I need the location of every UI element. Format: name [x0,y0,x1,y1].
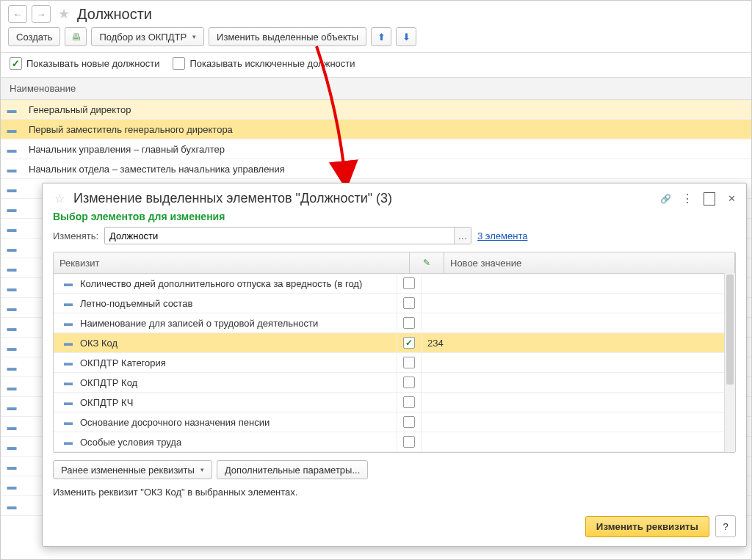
change-field-input[interactable] [104,227,471,244]
row-marker-icon: ▬ [64,377,73,388]
list-row[interactable]: ▬Начальник управления – главный бухгалте… [1,139,751,159]
nav-back-button[interactable]: ← [8,5,27,23]
arrow-up-icon: ⬆ [377,32,386,43]
row-marker-icon: ▬ [64,397,73,407]
create-button[interactable]: Создать [8,27,60,46]
checkbox-icon [173,57,185,70]
move-down-button[interactable]: ⬇ [396,27,416,46]
list-row[interactable]: ▬Генеральный директор [1,100,751,120]
help-button[interactable]: ? [715,515,736,537]
col-edit-flag[interactable]: ✎ [410,252,444,273]
extra-params-button[interactable]: Дополнительные параметры... [217,460,368,479]
row-marker-icon: ▬ [1,164,23,175]
dialog-subtitle: Выбор элементов для изменения [43,211,746,227]
row-checkbox[interactable] [403,277,415,289]
row-checkbox[interactable] [403,396,415,408]
row-checkbox[interactable] [403,317,415,329]
row-marker-icon: ▬ [1,124,23,135]
row-checkbox[interactable] [403,377,415,388]
row-marker-icon: ▬ [64,298,73,308]
row-checkbox[interactable] [403,416,415,428]
col-attribute[interactable]: Реквизит [54,252,410,273]
show-new-checkbox[interactable]: Показывать новые должности [10,57,159,70]
row-checkbox[interactable] [403,337,415,349]
list-column-header[interactable]: Наименование [1,77,751,100]
square-icon [704,192,715,206]
grid-row[interactable]: ▬Количество дней дополнительного отпуска… [54,274,735,294]
row-marker-icon: ▬ [64,278,73,288]
grid-row[interactable]: ▬Основание досрочного назначения пенсии [54,412,735,432]
row-marker-icon: ▬ [64,437,73,447]
printer-icon: 🖶 [71,32,81,43]
dialog-title: Изменение выделенных элементов "Должност… [73,191,654,206]
page-title: Должности [77,6,152,23]
pencil-icon: ✎ [423,258,430,268]
grid-row[interactable]: ▬ОКПДТР КЧ [54,393,735,412]
move-up-button[interactable]: ⬆ [371,27,391,46]
favorite-star-icon[interactable]: ★ [58,6,70,22]
grid-row[interactable]: ▬ОКЗ Код234 [54,333,735,353]
row-marker-icon: ▬ [1,144,23,155]
more-menu-icon[interactable] [682,193,693,205]
maximize-button[interactable] [704,193,715,205]
row-marker-icon: ▬ [64,338,73,348]
row-checkbox[interactable] [403,297,415,309]
row-checkbox[interactable] [403,357,415,368]
prev-changed-button[interactable]: Ранее измененные реквизиты ▾ [53,460,212,479]
attributes-grid: Реквизит ✎ Новое значение ▬Количество дн… [53,252,736,453]
arrow-down-icon: ⬇ [402,32,411,43]
grid-row[interactable]: ▬Летно-подъемный состав [54,294,735,313]
checkbox-icon [10,57,22,70]
grid-row[interactable]: ▬ОКПДТР Категория [54,353,735,373]
link-icon[interactable] [659,193,671,205]
favorite-star-icon[interactable]: ☆ [54,192,65,206]
show-excluded-checkbox[interactable]: Показывать исключенные должности [173,57,355,70]
elements-count-link[interactable]: 3 элемента [477,230,527,241]
row-marker-icon: ▬ [64,318,73,328]
col-new-value[interactable]: Новое значение [444,252,735,273]
edit-selected-dialog: ☆ Изменение выделенных элементов "Должно… [42,183,747,547]
close-button[interactable] [726,193,737,205]
change-selected-button[interactable]: Изменить выделенные объекты [209,27,366,46]
grid-row[interactable]: ▬Наименование для записей о трудовой дея… [54,313,735,333]
print-button[interactable]: 🖶 [65,27,87,46]
chevron-down-icon: ▾ [192,33,196,40]
grid-row[interactable]: ▬ОКПДТР Код [54,373,735,393]
dialog-hint: Изменить реквизит "ОКЗ Код" в выбранных … [43,487,746,503]
change-field-label: Изменять: [53,230,98,241]
okpdtr-picker-button[interactable]: Подбор из ОКПДТР ▾ [91,27,204,46]
apply-button[interactable]: Изменить реквизиты [585,516,709,537]
row-checkbox[interactable] [403,436,415,448]
list-row[interactable]: ▬Начальник отдела – заместитель начальни… [1,159,751,179]
lookup-button[interactable]: … [454,228,471,244]
grid-row[interactable]: ▬Особые условия труда [54,432,735,452]
list-row[interactable]: ▬Первый заместитель генерального директо… [1,120,751,139]
row-marker-icon: ▬ [1,104,23,115]
grid-scrollbar[interactable] [724,273,735,452]
chevron-down-icon: ▾ [200,466,204,473]
nav-forward-button[interactable]: → [32,5,51,23]
row-marker-icon: ▬ [64,357,73,368]
row-marker-icon: ▬ [64,417,73,427]
